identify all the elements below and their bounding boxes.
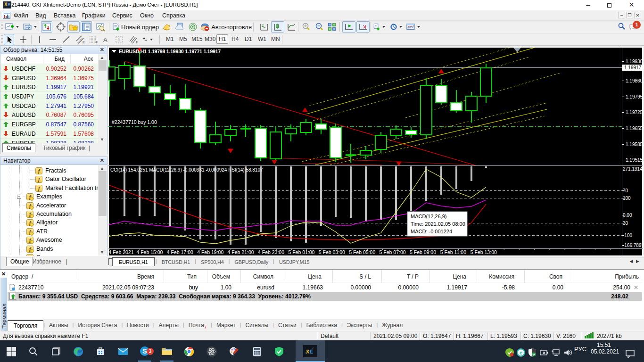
svg-text:4 Feb 21:00: 4 Feb 21:00 (228, 249, 254, 255)
svg-text:5 Feb 01:00: 5 Feb 01:00 (288, 249, 314, 255)
svg-text:1.19860: 1.19860 (626, 78, 643, 83)
svg-text:0.00: 0.00 (623, 213, 632, 218)
svg-text:-100: -100 (623, 233, 632, 238)
svg-text:5 Feb 13:00: 5 Feb 13:00 (471, 249, 497, 255)
svg-text:F: F (136, 40, 138, 44)
svg-text:EURUSD,H1 1.19798 1.19930 1.1: EURUSD,H1 1.19798 1.19930 1.19771 1.1991… (119, 49, 221, 54)
svg-text:4 Feb 15:00: 4 Feb 15:00 (136, 249, 163, 255)
svg-text:1.19725: 1.19725 (626, 110, 643, 115)
svg-text:5 Feb 07:00: 5 Feb 07:00 (380, 249, 406, 255)
svg-text:Time: 2021.02.05 08:00: Time: 2021.02.05 08:00 (411, 221, 465, 227)
svg-text:4 Feb 17:00: 4 Feb 17:00 (167, 249, 193, 255)
svg-text:MACD: -0.001224: MACD: -0.001224 (411, 229, 452, 234)
svg-text:E: E (310, 349, 313, 354)
svg-text:T: T (117, 37, 121, 42)
svg-text:1.19917: 1.19917 (624, 65, 642, 70)
svg-text:4 Feb 19:00: 4 Feb 19:00 (197, 249, 223, 255)
svg-text:1.19795: 1.19795 (626, 94, 643, 99)
svg-text:e: e (520, 350, 522, 355)
svg-text:4 Feb 23:00: 4 Feb 23:00 (258, 249, 284, 255)
svg-text:1.19585: 1.19585 (626, 142, 643, 147)
svg-text:30: 30 (623, 221, 628, 226)
svg-text:X: X (306, 349, 310, 354)
svg-text:70: 70 (623, 188, 628, 193)
svg-text:A: A (103, 36, 107, 43)
svg-text:#22437710 buy 1.00: #22437710 buy 1.00 (112, 119, 157, 125)
svg-text:CCI(14) 154.0251 MACD(12,26,9: CCI(14) 154.0251 MACD(12,26,9) -0.000331… (110, 167, 263, 173)
svg-text:-166.7897: -166.7897 (623, 243, 644, 248)
svg-text:E: E (83, 40, 85, 44)
svg-text:1.19655: 1.19655 (626, 126, 643, 131)
svg-text:5 Feb 03:00: 5 Feb 03:00 (319, 249, 345, 255)
svg-text:5 Feb 05:00: 5 Feb 05:00 (349, 249, 375, 255)
svg-text:MACD(12,26,9): MACD(12,26,9) (411, 214, 446, 219)
svg-text:271.1314: 271.1314 (623, 166, 643, 172)
svg-text:100: 100 (623, 196, 631, 201)
svg-text:F: F (96, 40, 98, 44)
svg-text:5 Feb 11:00: 5 Feb 11:00 (440, 249, 466, 255)
svg-text:1.19515: 1.19515 (626, 157, 643, 163)
svg-text:4 Feb 2021: 4 Feb 2021 (108, 249, 133, 255)
svg-text:5 Feb 09:00: 5 Feb 09:00 (410, 249, 436, 255)
svg-text:1.19930: 1.19930 (626, 59, 643, 64)
